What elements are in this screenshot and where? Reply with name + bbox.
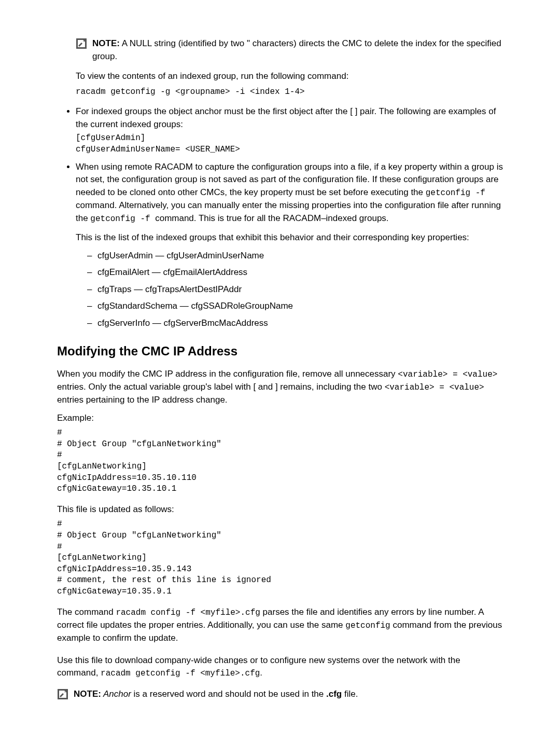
label-updated: This file is updated as follows: [57, 503, 503, 516]
note-label: NOTE: [92, 38, 120, 48]
inner-item-4: cfgServerInfo — cfgServerBmcMacAddress [87, 317, 503, 330]
bullet-remote-subpara: This is the list of the indexed groups t… [76, 231, 503, 244]
outer-list: For indexed groups the object anchor mus… [57, 105, 503, 330]
note-body: A NULL string (identified by two " chara… [92, 38, 501, 61]
note2-italic: Anchor [101, 689, 131, 699]
code-view-contents: racadm getconfig -g <groupname> -i <inde… [76, 86, 503, 98]
para-download-part2: . [260, 668, 262, 678]
inner-item-1: cfgEmailAlert — cfgEmailAlertAddress [87, 266, 503, 279]
inner-item-2: cfgTraps — cfgTrapsAlertDestIPAddr [87, 283, 503, 296]
para-command-part1: The command [57, 607, 116, 617]
note-block-1: NOTE: A NULL string (identified by two "… [76, 37, 503, 63]
para-download: Use this file to download company-wide c… [57, 654, 503, 680]
code-example-2: # # Object Group "cfgLanNetworking" # [c… [57, 519, 503, 597]
bullet-remote-part3: command. This is true for all the RACADM… [155, 213, 388, 223]
inner-item-0: cfgUserAdmin — cfgUserAdminUserName [87, 250, 503, 263]
para-view-contents: To view the contents of an indexed group… [76, 70, 503, 83]
label-example: Example: [57, 412, 503, 425]
heading-modifying-ip: Modifying the CMC IP Address [57, 342, 503, 361]
para-modify-mono1: <variable> = <value> [398, 370, 497, 379]
para-modify-part1: When you modify the CMC IP address in th… [57, 369, 398, 379]
bullet-remote-mono2: getconfig -f [90, 214, 155, 224]
bullet-indexed-text: For indexed groups the object anchor mus… [76, 106, 496, 129]
note-text-2: NOTE: Anchor is a reserved word and shou… [74, 688, 503, 701]
inner-list: cfgUserAdmin — cfgUserAdminUserName cfgE… [76, 250, 503, 330]
bullet-indexed-groups: For indexed groups the object anchor mus… [76, 105, 503, 155]
para-modify-part2: entries. Only the actual variable group'… [57, 382, 385, 392]
para-command-mono2: getconfig [345, 621, 390, 630]
inner-item-3: cfgStandardSchema — cfgSSADRoleGroupName [87, 300, 503, 313]
bullet-indexed-code: [cfgUserAdmin] cfgUserAdminUserName= <US… [76, 133, 503, 155]
note2-tail: file. [342, 689, 358, 699]
para-modify-mono2: <variable> = <value> [385, 383, 484, 392]
note2-rest: is a reserved word and should not be use… [131, 689, 326, 699]
para-download-mono1: racadm getconfig -f <myfile>.cfg [101, 669, 260, 678]
note-block-2: NOTE: Anchor is a reserved word and shou… [57, 688, 503, 701]
bullet-remote-racadm: When using remote RACADM to capture the … [76, 161, 503, 330]
note-text-1: NOTE: A NULL string (identified by two "… [92, 37, 503, 63]
para-modify-part3: entries pertaining to the IP address cha… [57, 395, 228, 405]
para-command: The command racadm config -f <myfile>.cf… [57, 606, 503, 645]
note2-bold: .cfg [326, 689, 342, 699]
note-icon [57, 688, 68, 700]
code-example-1: # # Object Group "cfgLanNetworking" # [c… [57, 428, 503, 495]
note-icon [76, 38, 87, 49]
bullet-remote-mono1: getconfig -f [426, 188, 485, 198]
para-modify-ip: When you modify the CMC IP address in th… [57, 368, 503, 407]
page-container: NOTE: A NULL string (identified by two "… [0, 0, 560, 744]
para-command-mono1: racadm config -f <myfile>.cfg [116, 608, 260, 617]
note-label: NOTE: [74, 689, 101, 699]
